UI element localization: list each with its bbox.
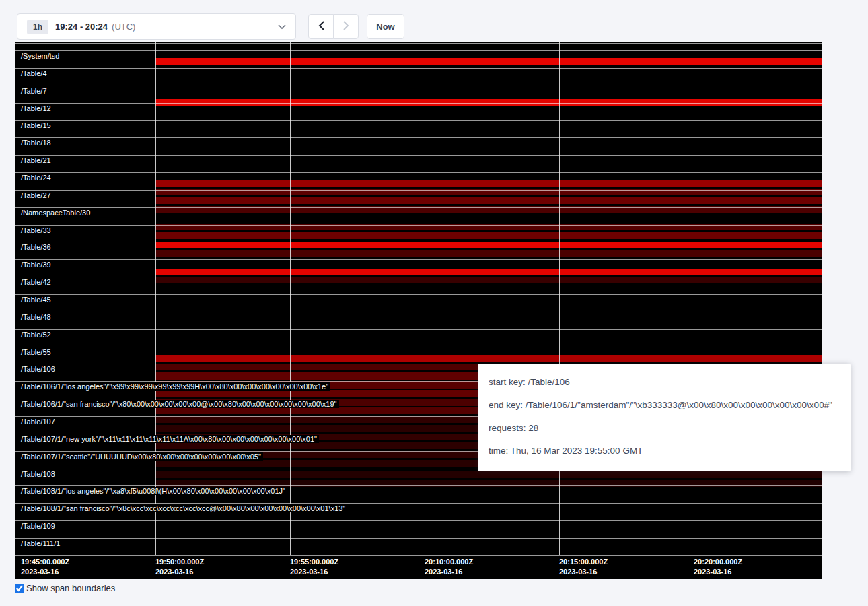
span-boundaries-control: Show span boundaries — [15, 583, 115, 593]
tooltip-time: time: Thu, 16 Mar 2023 19:55:00 GMT — [489, 444, 840, 458]
span-boundary-line — [15, 68, 822, 69]
span-boundary-line — [15, 242, 822, 242]
row-label: /Table/107/1/"new york"/"\x11\x11\x11\x1… — [21, 435, 319, 443]
heat-band — [155, 58, 822, 65]
row-label: /Table/109 — [21, 522, 57, 530]
span-boundary-line — [15, 520, 822, 521]
heat-band — [155, 250, 822, 257]
time-range-selector[interactable]: 1h 19:24 - 20:24 (UTC) — [17, 13, 296, 40]
span-boundary-line — [15, 485, 822, 486]
row-label: /Table/106/1/"los angeles"/"\x99\x99\x99… — [21, 382, 330, 391]
heat-band — [155, 471, 822, 478]
span-boundary-line — [15, 225, 822, 226]
heat-band — [155, 232, 822, 239]
row-label: /Table/108/1/"los angeles"/"\xa8\xf5\u00… — [21, 487, 287, 495]
key-visualizer-canvas[interactable]: /System/tsd/Table/4/Table/7/Table/12/Tab… — [15, 42, 822, 579]
tooltip-end-key: end key: /Table/106/1/"amsterdam"/"\xb33… — [489, 399, 840, 412]
heat-band — [155, 355, 822, 362]
prev-range-button[interactable] — [308, 14, 334, 39]
row-label: /Table/106/1/"san francisco"/"\x80\x00\x… — [21, 400, 339, 408]
column-boundary-line — [694, 42, 694, 556]
x-axis-tick: 19:50:00.000Z2023-03-16 — [155, 557, 204, 577]
span-boundary-line — [15, 86, 822, 86]
row-label: /Table/107 — [21, 417, 57, 426]
chevron-down-icon — [278, 24, 286, 30]
span-boundary-line — [15, 190, 822, 191]
span-boundary-line — [15, 137, 822, 138]
x-axis-tick: 20:20:00.000Z2023-03-16 — [694, 557, 742, 577]
row-label: /NamespaceTable/30 — [21, 209, 92, 217]
time-range-label: 19:24 - 20:24 — [55, 22, 108, 32]
row-label: /Table/45 — [21, 296, 53, 304]
chevron-right-icon — [343, 21, 349, 33]
span-boundary-line — [15, 503, 822, 504]
time-range-preset-badge: 1h — [27, 20, 48, 34]
row-label: /Table/27 — [21, 191, 53, 199]
timezone-label: (UTC) — [112, 22, 135, 32]
row-label: /Table/107/1/"seattle"/"UUUUUUD\x00\x80\… — [21, 452, 263, 461]
row-label: /Table/52 — [21, 331, 53, 339]
heat-band — [155, 242, 822, 248]
row-label: /Table/36 — [21, 243, 53, 251]
show-span-boundaries-label: Show span boundaries — [26, 583, 115, 593]
hover-tooltip: start key: /Table/106 end key: /Table/10… — [478, 364, 851, 471]
row-label: /Table/4 — [21, 69, 49, 77]
now-button[interactable]: Now — [367, 14, 404, 39]
column-boundary-line — [425, 42, 425, 556]
row-label: /Table/108 — [21, 470, 57, 478]
span-boundary-line — [15, 329, 822, 330]
heat-band — [155, 269, 822, 275]
row-label: /Table/12 — [21, 104, 53, 112]
x-axis-tick: 20:10:00.000Z2023-03-16 — [425, 557, 473, 577]
span-boundary-line — [15, 312, 822, 312]
span-boundary-line — [15, 155, 822, 156]
row-label: /Table/39 — [21, 261, 53, 269]
row-label: /System/tsd — [21, 52, 61, 60]
row-label: /Table/24 — [21, 174, 53, 182]
time-range-nav — [308, 14, 359, 39]
span-boundary-line — [15, 103, 822, 104]
column-boundary-line — [290, 42, 291, 556]
span-boundary-line — [15, 43, 822, 44]
show-span-boundaries-checkbox[interactable] — [15, 584, 24, 593]
x-axis-tick: 19:45:00.000Z2023-03-16 — [21, 557, 69, 577]
key-visualizer-page: 1h 19:24 - 20:24 (UTC) Now /System/tsd/T… — [0, 0, 868, 606]
span-boundary-line — [15, 259, 822, 260]
next-range-button[interactable] — [333, 14, 359, 39]
span-boundary-line — [15, 120, 822, 121]
chevron-left-icon — [318, 21, 324, 33]
heat-band — [155, 197, 822, 204]
span-boundary-line — [15, 294, 822, 295]
heat-band — [155, 180, 822, 187]
span-boundary-line — [15, 172, 822, 173]
row-label: /Table/15 — [21, 121, 53, 129]
heat-band — [155, 277, 822, 283]
span-boundary-line — [15, 207, 822, 208]
tooltip-start-key: start key: /Table/106 — [489, 376, 840, 389]
row-label: /Table/55 — [21, 348, 53, 356]
x-axis-tick: 19:55:00.000Z2023-03-16 — [290, 557, 338, 577]
x-axis-tick: 20:15:00.000Z2023-03-16 — [559, 557, 608, 577]
column-boundary-line — [559, 42, 560, 556]
span-boundary-line — [15, 347, 822, 347]
span-boundary-line — [15, 277, 822, 277]
row-label: /Table/18 — [21, 139, 53, 147]
row-label: /Table/106 — [21, 365, 57, 373]
row-label: /Table/7 — [21, 87, 49, 95]
row-label: /Table/21 — [21, 156, 53, 164]
tooltip-requests: requests: 28 — [489, 422, 840, 435]
span-boundary-line — [15, 538, 822, 539]
row-label: /Table/33 — [21, 226, 53, 234]
row-label: /Table/48 — [21, 313, 53, 321]
span-boundary-line — [15, 556, 822, 556]
row-label: /Table/42 — [21, 278, 53, 286]
row-label: /Table/111/1 — [21, 539, 62, 547]
row-label: /Table/108/1/"san francisco"/"\x8c\xcc\x… — [21, 504, 347, 512]
column-boundary-line — [155, 42, 156, 556]
span-boundary-line — [15, 50, 822, 51]
